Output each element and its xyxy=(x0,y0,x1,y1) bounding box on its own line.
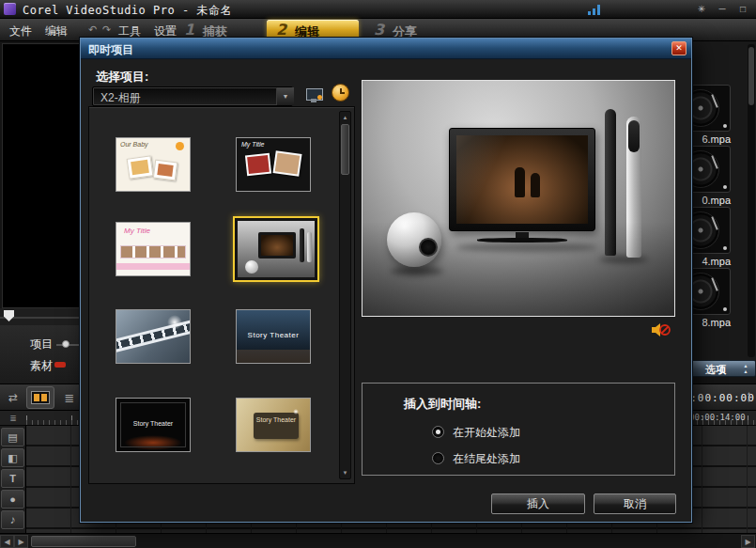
template-thumbnail-my-title-pink[interactable]: My Title xyxy=(116,222,191,276)
tv-set xyxy=(449,128,595,231)
template-art: My Title xyxy=(116,223,190,275)
menu-file[interactable]: 文件 xyxy=(9,23,32,39)
overlay-track-icon[interactable]: ◧ xyxy=(1,448,24,467)
storyboard-view-button[interactable] xyxy=(26,386,54,409)
horizontal-scrollbar[interactable]: ◀ ▶ ▶ xyxy=(0,533,756,548)
step-number: 1 xyxy=(184,21,194,39)
template-thumbnail-tv-speakers[interactable] xyxy=(233,216,319,282)
library-scrollbar[interactable] xyxy=(748,44,755,357)
seek-handle-icon[interactable] xyxy=(4,310,14,321)
step-number: 2 xyxy=(276,21,286,39)
decor-photo xyxy=(245,153,271,177)
settings-icon[interactable]: ✳ xyxy=(693,3,710,16)
template-thumbnail-filmstrip[interactable] xyxy=(116,309,191,364)
template-preview xyxy=(362,80,675,317)
redo-icon[interactable]: ↷ xyxy=(102,23,111,36)
scroll-up-icon[interactable]: ▲ xyxy=(340,113,350,122)
scrollbar-thumb[interactable] xyxy=(748,47,754,105)
template-thumbnail-my-title-dark[interactable]: My Title xyxy=(236,137,311,192)
template-thumbnail-our-baby[interactable]: Our Baby xyxy=(116,137,191,192)
track-header-column: ▤ ◧ T ● ♪ xyxy=(0,426,26,533)
decor-band xyxy=(116,263,190,270)
minimize-button[interactable]: ─ xyxy=(714,3,731,16)
window-title: Corel VideoStudio Pro - 未命名 xyxy=(23,3,232,19)
radio-icon[interactable] xyxy=(432,452,444,464)
dialog-titlebar[interactable]: 即时项目 xyxy=(81,39,691,59)
project-mode-label[interactable]: 项目 xyxy=(30,337,53,352)
menu-edit[interactable]: 编辑 xyxy=(45,23,68,39)
titlebar: Corel VideoStudio Pro - 未命名 ✳ ─ □ xyxy=(0,0,756,19)
scrollbar-thumb[interactable] xyxy=(341,124,349,175)
timeline-view-button[interactable]: ≣ xyxy=(58,387,81,409)
radio-add-at-start[interactable]: 在开始处添加 xyxy=(432,425,639,439)
scroll-end-icon[interactable]: ▶ xyxy=(741,535,755,548)
decor-sun xyxy=(176,142,184,150)
close-icon[interactable]: ✕ xyxy=(671,41,687,55)
template-thumbnail-story-theater-dark[interactable]: Story Theater xyxy=(116,398,191,452)
shadow xyxy=(599,256,648,263)
decor-frame xyxy=(120,402,186,447)
video-track-icon[interactable]: ▤ xyxy=(1,428,24,446)
track-manager-icon[interactable]: ≣ xyxy=(2,412,24,425)
radio-label: 在开始处添加 xyxy=(453,425,520,441)
template-gallery: Our Baby My Title My Title xyxy=(88,106,355,484)
chevron-down-icon[interactable]: ▼ xyxy=(276,87,294,105)
shadow xyxy=(456,243,597,252)
dialog-title: 即时项目 xyxy=(88,42,133,58)
timecode-stepper[interactable]: ▲ ▼ xyxy=(747,390,754,405)
shadow xyxy=(391,267,443,275)
knob-icon xyxy=(723,307,727,311)
select-project-label: 选择项目: xyxy=(96,69,148,86)
scroll-left-icon[interactable]: ◀ xyxy=(0,535,14,548)
title-track-icon[interactable]: T xyxy=(1,469,24,488)
template-art xyxy=(238,221,315,277)
decor-photo-strip xyxy=(120,245,186,258)
template-art: Story Theater xyxy=(237,399,310,451)
undo-icon[interactable]: ↶ xyxy=(88,23,97,36)
template-art: Our Baby xyxy=(116,138,190,191)
template-label: My Title xyxy=(124,227,150,235)
music-track-icon[interactable]: ♪ xyxy=(1,510,24,529)
monitor-icon[interactable] xyxy=(304,86,325,105)
tv-stand xyxy=(477,238,567,243)
project-category-dropdown[interactable]: X2-相册 ▼ xyxy=(92,86,293,106)
ruler-timestamp: 00:00:14:00 xyxy=(689,413,746,422)
stepper-down-icon[interactable]: ▼ xyxy=(747,399,751,403)
radio-icon[interactable] xyxy=(432,426,444,438)
swap-tracks-icon[interactable]: ⇄ xyxy=(3,388,23,408)
voice-track-icon[interactable]: ● xyxy=(1,490,24,509)
collapse-chevron-icon: ▲ xyxy=(741,369,750,374)
speaker-tower xyxy=(605,109,616,256)
signal-icon xyxy=(588,4,603,15)
clip-mode-label[interactable]: 素材 xyxy=(30,358,53,374)
radio-add-at-end[interactable]: 在结尾处添加 xyxy=(432,451,639,465)
insert-button[interactable]: 插入 xyxy=(491,493,585,514)
gallery-scrollbar[interactable]: ▲ ▼ xyxy=(339,111,351,479)
maximize-button[interactable]: □ xyxy=(734,3,751,16)
trim-mark-icon[interactable] xyxy=(54,362,66,368)
template-label: My Title xyxy=(241,141,264,148)
decor-speaker xyxy=(300,228,304,262)
decor-tv xyxy=(258,232,296,258)
step-number: 3 xyxy=(374,21,384,39)
clock-icon[interactable] xyxy=(332,84,349,102)
preview-scene xyxy=(363,81,674,316)
stepper-up-icon[interactable]: ▲ xyxy=(747,391,751,396)
decor-sparkle xyxy=(293,409,299,415)
decor-photo xyxy=(272,150,301,177)
orb-speaker xyxy=(387,212,441,267)
template-label: Our Baby xyxy=(120,141,148,148)
tv-stand xyxy=(516,232,529,239)
jog-slider-knob[interactable] xyxy=(62,340,69,348)
filmstrip-icon xyxy=(31,391,50,404)
template-thumbnail-story-theater-gold[interactable]: Story Theater xyxy=(236,398,311,452)
mute-icon[interactable] xyxy=(652,322,671,337)
application-window: Corel VideoStudio Pro - 未命名 ✳ ─ □ 文件 编辑 … xyxy=(0,0,756,548)
template-art: My Title xyxy=(237,138,310,191)
decor-orb xyxy=(245,260,258,274)
cancel-button[interactable]: 取消 xyxy=(594,493,676,514)
template-thumbnail-story-theater[interactable]: Story Theater xyxy=(236,309,311,364)
scrollbar-thumb[interactable] xyxy=(31,536,136,547)
scroll-right-icon[interactable]: ▶ xyxy=(14,535,28,548)
scroll-down-icon[interactable]: ▼ xyxy=(340,468,350,478)
